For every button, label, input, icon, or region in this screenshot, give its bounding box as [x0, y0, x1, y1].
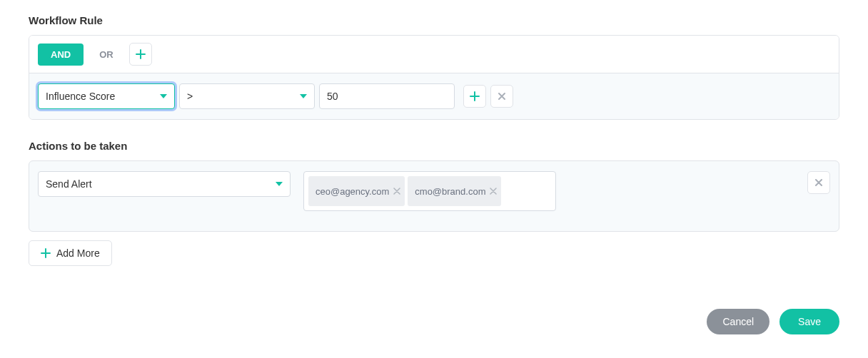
field-dropdown-label: Influence Score	[46, 91, 115, 102]
caret-down-icon	[160, 94, 167, 98]
close-icon	[814, 178, 823, 187]
action-type-dropdown[interactable]: Send Alert	[38, 171, 291, 197]
recipient-tag: ceo@agency.com	[308, 176, 405, 206]
plus-icon	[470, 91, 480, 101]
plus-icon	[41, 248, 51, 258]
remove-condition-button[interactable]	[490, 85, 513, 108]
value-input[interactable]	[319, 83, 455, 109]
workflow-rule-title: Workflow Rule	[29, 14, 839, 26]
or-button[interactable]: OR	[89, 44, 123, 66]
recipient-email: ceo@agency.com	[316, 186, 389, 197]
caret-down-icon	[300, 94, 307, 98]
close-icon	[498, 92, 506, 101]
recipients-input[interactable]: ceo@agency.com cmo@brand.com	[303, 171, 556, 211]
action-type-label: Send Alert	[46, 178, 92, 190]
caret-down-icon	[276, 182, 283, 186]
plus-icon	[136, 49, 146, 59]
remove-tag-button[interactable]	[393, 188, 400, 195]
remove-action-button[interactable]	[807, 171, 830, 194]
actions-title: Actions to be taken	[29, 140, 839, 152]
footer: Cancel Save	[29, 309, 839, 334]
and-button[interactable]: AND	[38, 44, 84, 66]
rule-logic-header: AND OR	[29, 36, 839, 73]
cancel-button[interactable]: Cancel	[707, 309, 769, 334]
remove-tag-button[interactable]	[490, 188, 497, 195]
field-dropdown[interactable]: Influence Score	[38, 83, 175, 109]
add-more-label: Add More	[56, 247, 100, 259]
add-rule-group-button[interactable]	[129, 43, 152, 66]
rule-condition-row: Influence Score >	[29, 73, 839, 119]
recipient-email: cmo@brand.com	[415, 186, 485, 197]
add-more-action-button[interactable]: Add More	[29, 240, 112, 266]
add-condition-button[interactable]	[463, 85, 486, 108]
workflow-rule-box: AND OR Influence Score >	[29, 35, 839, 120]
save-button[interactable]: Save	[779, 309, 839, 334]
actions-box: Send Alert ceo@agency.com cmo@brand.com	[29, 160, 839, 232]
operator-dropdown[interactable]: >	[179, 83, 315, 109]
operator-dropdown-label: >	[187, 91, 193, 102]
recipient-tag: cmo@brand.com	[408, 176, 501, 206]
